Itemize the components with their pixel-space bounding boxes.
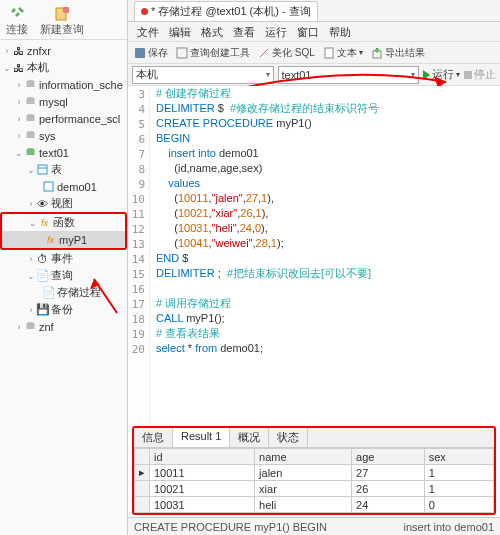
save-icon: [134, 47, 146, 59]
db-icon: [24, 112, 37, 125]
menu-bar: 文件 编辑 格式 查看 运行 窗口 帮助: [128, 22, 500, 42]
plug-icon: [9, 6, 25, 22]
connect-label: 连接: [6, 22, 28, 37]
menu-help[interactable]: 帮助: [326, 24, 354, 39]
svg-rect-16: [27, 324, 35, 329]
result-tab-status[interactable]: 状态: [269, 428, 308, 447]
tree-node-perf[interactable]: ›performance_scl: [0, 110, 127, 127]
tree-node-tables[interactable]: ⌄表: [0, 161, 127, 178]
save-button[interactable]: 保存: [134, 46, 168, 60]
tree-node-functions[interactable]: ⌄fx函数: [2, 214, 125, 231]
export-icon: [371, 47, 383, 59]
db-icon: [24, 146, 37, 159]
grid-header: id name age sex: [135, 449, 494, 465]
tree-node-sys[interactable]: ›sys: [0, 127, 127, 144]
col-id[interactable]: id: [150, 449, 255, 465]
connection-combo[interactable]: 本机▾: [132, 66, 274, 84]
run-button[interactable]: 运行▾: [423, 67, 460, 82]
server-icon: 🖧: [12, 61, 25, 74]
chevron-down-icon: ▾: [266, 70, 270, 79]
result-panel: 信息 Result 1 概况 状态 id name age sex ▸10011…: [132, 426, 496, 515]
menu-edit[interactable]: 编辑: [166, 24, 194, 39]
tree-node-text01[interactable]: ⌄text01: [0, 144, 127, 161]
svg-rect-1: [63, 7, 69, 13]
svg-rect-12: [38, 165, 47, 174]
tree-node-info[interactable]: ›information_sche: [0, 76, 127, 93]
main: * 存储过程 @text01 (本机) - 查询 文件 编辑 格式 查看 运行 …: [128, 0, 500, 535]
query-icon: 📄: [36, 269, 49, 282]
connect-button[interactable]: 连接: [6, 6, 28, 37]
table-group-icon: [36, 163, 49, 176]
tool-icon: [176, 47, 188, 59]
tree-node-znfxr[interactable]: ›🖧znfxr: [0, 42, 127, 59]
play-icon: [423, 70, 430, 80]
view-icon: 👁: [36, 197, 49, 210]
menu-window[interactable]: 窗口: [294, 24, 322, 39]
selector-row: 本机▾ text01▾ 运行▾ 停止: [128, 64, 500, 86]
clock-icon: ⏱: [36, 252, 49, 265]
grid-row[interactable]: ▸10011jalen271: [135, 465, 494, 481]
querybuilder-button[interactable]: 查询创建工具: [176, 46, 250, 60]
backup-icon: 💾: [36, 303, 49, 316]
svg-rect-11: [27, 150, 35, 155]
tree-node-local[interactable]: ⌄🖧本机: [0, 59, 127, 76]
server-icon: 🖧: [12, 44, 25, 57]
tab-title: * 存储过程 @text01 (本机) - 查询: [151, 4, 311, 19]
wand-icon: [258, 47, 270, 59]
editor-tab[interactable]: * 存储过程 @text01 (本机) - 查询: [134, 1, 318, 21]
export-button[interactable]: 导出结果: [371, 46, 425, 60]
code-editor[interactable]: 34567891011121314151617181920 # 创建存储过程 D…: [128, 86, 500, 424]
tree: ›🖧znfxr ⌄🖧本机 ›information_sche ›mysql ›p…: [0, 40, 127, 535]
sidebar: 连接 新建查询 ›🖧znfxr ⌄🖧本机 ›information_sche ›…: [0, 0, 128, 535]
tree-node-mysql[interactable]: ›mysql: [0, 93, 127, 110]
newquery-button[interactable]: 新建查询: [40, 6, 84, 37]
annotation-arrow-1: [82, 275, 122, 315]
tree-node-demo01[interactable]: demo01: [0, 178, 127, 195]
svg-rect-18: [177, 48, 187, 58]
db-icon: [24, 95, 37, 108]
fx-icon: fx: [44, 233, 57, 246]
query-icon: 📄: [42, 286, 55, 299]
doc-icon: [323, 47, 335, 59]
result-grid[interactable]: id name age sex ▸10011jalen271 10021xiar…: [134, 448, 494, 513]
grid-row[interactable]: 10021xiar261: [135, 481, 494, 497]
tree-node-views[interactable]: ›👁视图: [0, 195, 127, 212]
svg-rect-14: [44, 182, 53, 191]
database-combo[interactable]: text01▾: [278, 66, 420, 84]
tree-node-znf[interactable]: ›znf: [0, 318, 127, 335]
func-highlight-box: ⌄fx函数 fxmyP1: [0, 212, 127, 250]
db-icon: [24, 78, 37, 91]
result-tab-result1[interactable]: Result 1: [173, 428, 230, 447]
col-sex[interactable]: sex: [424, 449, 493, 465]
tree-node-events[interactable]: ›⏱事件: [0, 250, 127, 267]
text-button[interactable]: 文本▾: [323, 46, 363, 60]
result-tab-profile[interactable]: 概况: [230, 428, 269, 447]
table-icon: [42, 180, 55, 193]
left-toolbar: 连接 新建查询: [0, 0, 127, 40]
menu-run[interactable]: 运行: [262, 24, 290, 39]
modified-dot-icon: [141, 8, 148, 15]
menu-format[interactable]: 格式: [198, 24, 226, 39]
svg-rect-7: [27, 116, 35, 121]
svg-rect-3: [27, 82, 35, 87]
code-content: # 创建存储过程 DELIMITER $ #修改存储过程的结束标识符号 CREA…: [150, 86, 500, 424]
toolbar: 保存 查询创建工具 美化 SQL 文本▾ 导出结果: [128, 42, 500, 64]
stop-button[interactable]: 停止: [464, 67, 496, 82]
newquery-icon: [54, 6, 70, 22]
newquery-label: 新建查询: [40, 22, 84, 37]
result-tab-info[interactable]: 信息: [134, 428, 173, 447]
db-icon: [24, 320, 37, 333]
tree-node-myp1[interactable]: fxmyP1: [2, 231, 125, 248]
svg-rect-5: [27, 99, 35, 104]
menu-view[interactable]: 查看: [230, 24, 258, 39]
grid-row[interactable]: 10031heli240: [135, 497, 494, 513]
svg-rect-17: [135, 48, 145, 58]
col-name[interactable]: name: [255, 449, 352, 465]
status-bar: CREATE PROCEDURE myP1() BEGIN insert int…: [128, 517, 500, 535]
fx-icon: fx: [38, 216, 51, 229]
beautify-button[interactable]: 美化 SQL: [258, 46, 315, 60]
menu-file[interactable]: 文件: [134, 24, 162, 39]
tab-bar: * 存储过程 @text01 (本机) - 查询: [128, 0, 500, 22]
col-age[interactable]: age: [352, 449, 425, 465]
svg-rect-19: [325, 48, 333, 58]
